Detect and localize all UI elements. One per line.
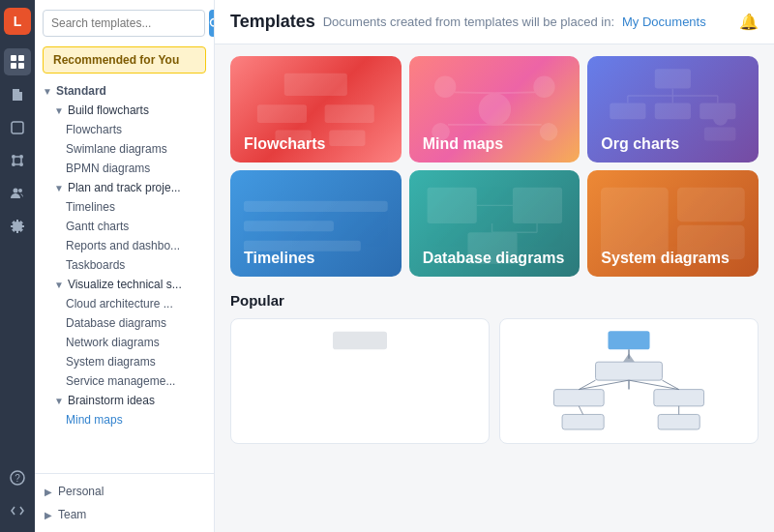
sidebar-tree: ▼ Standard ▼ Build flowcharts Flowcharts… xyxy=(35,81,214,473)
svg-rect-72 xyxy=(658,414,700,429)
my-docs-link[interactable]: My Documents xyxy=(622,15,706,29)
tree-label: Gantt charts xyxy=(66,220,129,233)
tree-label: Standard xyxy=(56,84,106,98)
recommended-btn[interactable]: Recommended for You xyxy=(43,46,206,74)
category-system[interactable]: System diagrams xyxy=(587,170,759,277)
tree-item-timelines[interactable]: Timelines xyxy=(35,197,214,217)
category-label: Timelines xyxy=(244,250,315,267)
category-label: System diagrams xyxy=(601,250,729,267)
svg-line-32 xyxy=(454,92,494,93)
arrow-icon: ▼ xyxy=(54,280,64,290)
nav-home-icon[interactable] xyxy=(4,48,31,75)
svg-rect-36 xyxy=(655,69,691,88)
svg-text:?: ? xyxy=(15,473,20,484)
svg-rect-2 xyxy=(11,63,16,69)
nav-integrations-icon[interactable] xyxy=(4,147,31,174)
search-input[interactable] xyxy=(43,10,205,37)
tree-item-network[interactable]: Network diagrams xyxy=(35,333,214,352)
tree-label: Network diagrams xyxy=(66,336,160,349)
sidebar-team[interactable]: ▶ Team xyxy=(35,503,214,526)
app-logo: L xyxy=(4,8,31,35)
svg-rect-3 xyxy=(18,63,24,69)
page-title: Templates xyxy=(230,12,315,32)
tree-item-database[interactable]: Database diagrams xyxy=(35,313,214,333)
tree-item-cloud[interactable]: Cloud architecture ... xyxy=(35,294,214,313)
svg-rect-38 xyxy=(655,103,691,119)
tree-label: Timelines xyxy=(66,200,115,214)
tree-item-reports[interactable]: Reports and dashbo... xyxy=(35,236,214,255)
svg-point-45 xyxy=(714,111,729,126)
category-label: Mind maps xyxy=(423,135,504,153)
tree-label: System diagrams xyxy=(66,355,156,369)
svg-rect-44 xyxy=(704,128,736,141)
tree-item-gantt[interactable]: Gantt charts xyxy=(35,217,214,236)
sidebar: Recommended for You ▼ Standard ▼ Build f… xyxy=(35,0,215,532)
sidebar-personal[interactable]: ▶ Personal xyxy=(35,480,214,503)
popular-card-2[interactable] xyxy=(499,318,759,444)
search-bar xyxy=(35,0,214,46)
svg-rect-66 xyxy=(654,390,704,406)
category-orgcharts[interactable]: Org charts xyxy=(587,56,759,163)
arrow-icon: ▶ xyxy=(45,487,52,497)
popular-grid xyxy=(230,318,759,444)
tree-item-service[interactable]: Service manageme... xyxy=(35,371,214,391)
header-subtitle: Documents created from templates will be… xyxy=(323,15,614,29)
category-database[interactable]: Database diagrams xyxy=(409,170,580,277)
svg-rect-63 xyxy=(596,362,663,380)
tree-item-brainstorm[interactable]: ▼ Brainstorm ideas xyxy=(35,391,214,410)
tree-item-bpmn[interactable]: BPMN diagrams xyxy=(35,159,214,178)
nav-shapes-icon[interactable] xyxy=(4,114,31,141)
category-flowcharts[interactable]: Flowcharts xyxy=(230,56,402,163)
tree-label: Swimlane diagrams xyxy=(66,142,167,156)
tree-label: Reports and dashbo... xyxy=(66,239,180,252)
main-content: Templates Documents created from templat… xyxy=(215,0,774,532)
nav-expand-icon[interactable] xyxy=(4,497,31,524)
tree-item-swimlane[interactable]: Swimlane diagrams xyxy=(35,139,214,159)
nav-rail: L ? xyxy=(0,0,35,532)
arrow-icon: ▼ xyxy=(54,396,64,406)
svg-marker-62 xyxy=(623,354,635,363)
tree-item-taskboards[interactable]: Taskboards xyxy=(35,255,214,275)
tree-label: Taskboards xyxy=(66,258,125,272)
category-timelines[interactable]: Timelines xyxy=(230,170,402,277)
tree-item-standard[interactable]: ▼ Standard xyxy=(35,81,214,101)
svg-point-11 xyxy=(19,163,23,166)
tree-label: Cloud architecture ... xyxy=(66,297,173,310)
svg-point-16 xyxy=(14,189,18,193)
category-mindmaps[interactable]: Mind maps xyxy=(409,56,580,163)
svg-rect-37 xyxy=(610,103,646,119)
nav-docs-icon[interactable] xyxy=(4,81,31,108)
tree-label: Plan and track proje... xyxy=(68,181,181,194)
category-grid: Flowcharts Mind maps xyxy=(230,56,759,277)
logo-letter: L xyxy=(14,14,22,29)
tree-item-mindmaps[interactable]: Mind maps xyxy=(35,410,214,429)
svg-point-27 xyxy=(478,93,510,125)
svg-rect-47 xyxy=(244,221,334,231)
svg-rect-26 xyxy=(329,130,365,146)
svg-point-10 xyxy=(12,163,15,166)
sidebar-team-label: Team xyxy=(58,508,86,521)
popular-card-1[interactable] xyxy=(230,318,490,444)
sidebar-bottom: ▶ Personal ▶ Team xyxy=(35,473,214,532)
svg-rect-60 xyxy=(608,331,649,349)
svg-rect-46 xyxy=(244,201,388,212)
svg-rect-23 xyxy=(257,104,307,123)
nav-team-icon[interactable] xyxy=(4,180,31,207)
tree-item-visualize-tech[interactable]: ▼ Visualize technical s... xyxy=(35,275,214,294)
svg-rect-0 xyxy=(11,55,16,61)
svg-line-73 xyxy=(579,406,582,415)
tree-item-system[interactable]: System diagrams xyxy=(35,352,214,371)
tree-item-flowcharts[interactable]: Flowcharts xyxy=(35,120,214,139)
category-label: Database diagrams xyxy=(423,250,565,267)
tree-label: Flowcharts xyxy=(66,123,122,136)
svg-rect-57 xyxy=(677,188,745,222)
card-preview-1 xyxy=(231,319,489,443)
arrow-icon: ▼ xyxy=(54,183,64,193)
nav-settings-icon[interactable] xyxy=(4,213,31,240)
category-label: Org charts xyxy=(601,135,679,153)
tree-label: Database diagrams xyxy=(66,316,166,330)
notification-bell-icon[interactable]: 🔔 xyxy=(739,13,759,31)
tree-item-build-flowcharts[interactable]: ▼ Build flowcharts xyxy=(35,101,214,120)
nav-help-icon[interactable]: ? xyxy=(4,464,31,491)
tree-item-plan-track[interactable]: ▼ Plan and track proje... xyxy=(35,178,214,197)
